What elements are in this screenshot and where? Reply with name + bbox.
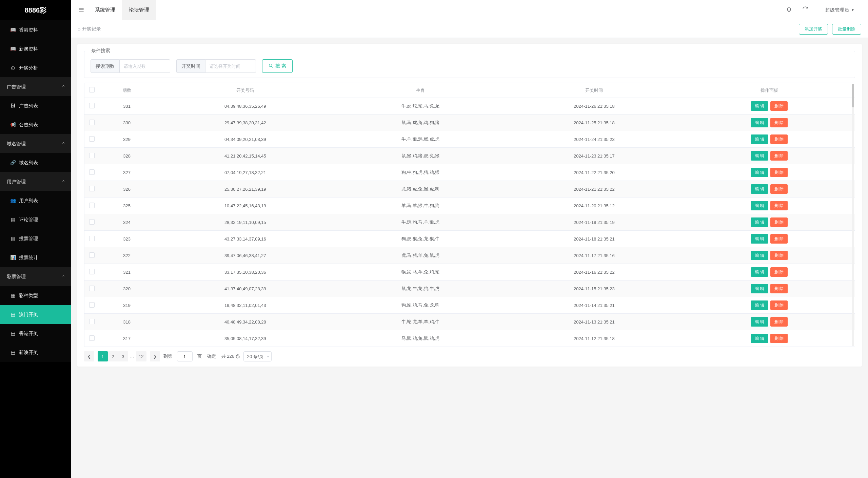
delete-button[interactable]: 删 除	[770, 284, 788, 293]
cell-code: 40,48,49,34,22,08,28	[154, 314, 336, 330]
page-prev-button[interactable]: ❮	[84, 351, 94, 361]
delete-button[interactable]: 删 除	[770, 168, 788, 177]
edit-button[interactable]: 编 辑	[751, 284, 768, 293]
edit-button[interactable]: 编 辑	[751, 251, 768, 260]
delete-button[interactable]: 删 除	[770, 234, 788, 244]
row-checkbox[interactable]	[89, 103, 95, 108]
table-scrollbar-thumb[interactable]	[852, 84, 854, 107]
row-checkbox[interactable]	[89, 203, 95, 208]
page-size-select[interactable]: 20 条/页	[243, 351, 272, 361]
time-input[interactable]	[205, 59, 256, 73]
row-checkbox[interactable]	[89, 335, 95, 341]
jump-prefix-label: 到第	[163, 353, 172, 359]
cell-actions: 编 辑删 除	[684, 115, 855, 131]
row-checkbox[interactable]	[89, 236, 95, 241]
edit-button[interactable]: 编 辑	[751, 118, 768, 127]
cell-actions: 编 辑删 除	[684, 181, 855, 198]
edit-button[interactable]: 编 辑	[751, 317, 768, 327]
sidebar-item[interactable]: 🖼广告列表	[0, 96, 71, 115]
top-tab[interactable]: 论坛管理	[122, 0, 156, 20]
content-scroll[interactable]: 条件搜索 搜索期数 开奖时间	[71, 38, 868, 478]
sidebar-group[interactable]: 广告管理^	[0, 77, 71, 96]
search-button[interactable]: 搜 索	[262, 59, 293, 73]
header-checkbox[interactable]	[89, 87, 95, 92]
sidebar-item-label: 广告列表	[19, 96, 38, 115]
row-checkbox[interactable]	[89, 136, 95, 142]
sidebar-item[interactable]: 👥用户列表	[0, 191, 71, 210]
search-panel: 条件搜索 搜索期数 开奖时间	[84, 51, 855, 78]
sidebar-item[interactable]: ▤投票管理	[0, 229, 71, 248]
sidebar-item[interactable]: ▤香港开奖	[0, 324, 71, 343]
delete-button[interactable]: 删 除	[770, 217, 788, 227]
sidebar-toggle-icon[interactable]: ☰	[75, 6, 88, 14]
sidebar-item[interactable]: ▦彩种类型	[0, 286, 71, 305]
row-checkbox[interactable]	[89, 319, 95, 324]
delete-button[interactable]: 删 除	[770, 151, 788, 161]
page-number-button[interactable]: 1	[98, 351, 108, 361]
delete-button[interactable]: 删 除	[770, 201, 788, 210]
edit-button[interactable]: 编 辑	[751, 217, 768, 227]
top-tab[interactable]: 系统管理	[88, 0, 122, 20]
edit-button[interactable]: 编 辑	[751, 184, 768, 194]
refresh-icon[interactable]	[802, 6, 808, 14]
sidebar-item[interactable]: 📊投票统计	[0, 248, 71, 267]
period-input[interactable]	[119, 59, 170, 73]
delete-button[interactable]: 删 除	[770, 300, 788, 310]
sidebar-item[interactable]: 📖新澳资料	[0, 39, 71, 58]
delete-button[interactable]: 删 除	[770, 101, 788, 111]
page-next-button[interactable]: ❯	[150, 351, 160, 361]
edit-button[interactable]: 编 辑	[751, 300, 768, 310]
sidebar-group[interactable]: 彩票管理^	[0, 267, 71, 286]
user-dropdown[interactable]: 超级管理员 ▼	[818, 7, 861, 13]
row-checkbox[interactable]	[89, 252, 95, 258]
page-number-button[interactable]: 12	[136, 351, 146, 361]
bell-icon[interactable]	[786, 6, 792, 14]
row-checkbox[interactable]	[89, 153, 95, 158]
edit-button[interactable]: 编 辑	[751, 234, 768, 244]
edit-button[interactable]: 编 辑	[751, 168, 768, 177]
cell-period: 317	[99, 330, 154, 347]
page-jump-confirm-button[interactable]: 确定	[205, 353, 218, 359]
cell-actions: 编 辑删 除	[684, 98, 855, 115]
page-number-button[interactable]: 3	[118, 351, 128, 361]
search-icon	[269, 63, 273, 69]
row-checkbox[interactable]	[89, 120, 95, 125]
row-checkbox[interactable]	[89, 219, 95, 225]
edit-button[interactable]: 编 辑	[751, 334, 768, 343]
delete-button[interactable]: 删 除	[770, 334, 788, 343]
sidebar-item[interactable]: ▤评论管理	[0, 210, 71, 229]
delete-button[interactable]: 删 除	[770, 118, 788, 127]
page-jump-input[interactable]	[177, 351, 193, 361]
cell-period: 324	[99, 214, 154, 231]
sidebar-item[interactable]: 📢公告列表	[0, 115, 71, 134]
row-checkbox[interactable]	[89, 269, 95, 274]
delete-button[interactable]: 删 除	[770, 317, 788, 327]
table-scrollbar-track[interactable]	[852, 84, 854, 346]
bulk-delete-button[interactable]: 批量删除	[832, 24, 861, 35]
delete-button[interactable]: 删 除	[770, 134, 788, 144]
page-number-button[interactable]: 2	[108, 351, 118, 361]
edit-button[interactable]: 编 辑	[751, 101, 768, 111]
delete-button[interactable]: 删 除	[770, 184, 788, 194]
delete-button[interactable]: 删 除	[770, 251, 788, 260]
breadcrumb: » 开奖记录	[78, 26, 101, 32]
sidebar-item[interactable]: ◴开奖分析	[0, 58, 71, 77]
sidebar-group[interactable]: 用户管理^	[0, 172, 71, 191]
sidebar-item[interactable]: 🔗域名列表	[0, 153, 71, 172]
edit-button[interactable]: 编 辑	[751, 201, 768, 210]
sidebar-item[interactable]: 📖香港资料	[0, 20, 71, 39]
edit-button[interactable]: 编 辑	[751, 134, 768, 144]
row-checkbox[interactable]	[89, 169, 95, 175]
sidebar-item[interactable]: ▤新澳开奖	[0, 343, 71, 362]
row-checkbox[interactable]	[89, 186, 95, 191]
sidebar-item[interactable]: ▤澳门开奖	[0, 305, 71, 324]
delete-button[interactable]: 删 除	[770, 267, 788, 277]
sidebar-group[interactable]: 域名管理^	[0, 134, 71, 153]
edit-button[interactable]: 编 辑	[751, 267, 768, 277]
cell-time: 2024-11-17 21:35:16	[505, 247, 684, 264]
cell-zodiac: 虎,马,猪,羊,兔,鼠,虎	[336, 247, 505, 264]
row-checkbox[interactable]	[89, 302, 95, 308]
add-lottery-button[interactable]: 添加开奖	[799, 24, 828, 35]
row-checkbox[interactable]	[89, 286, 95, 291]
edit-button[interactable]: 编 辑	[751, 151, 768, 161]
